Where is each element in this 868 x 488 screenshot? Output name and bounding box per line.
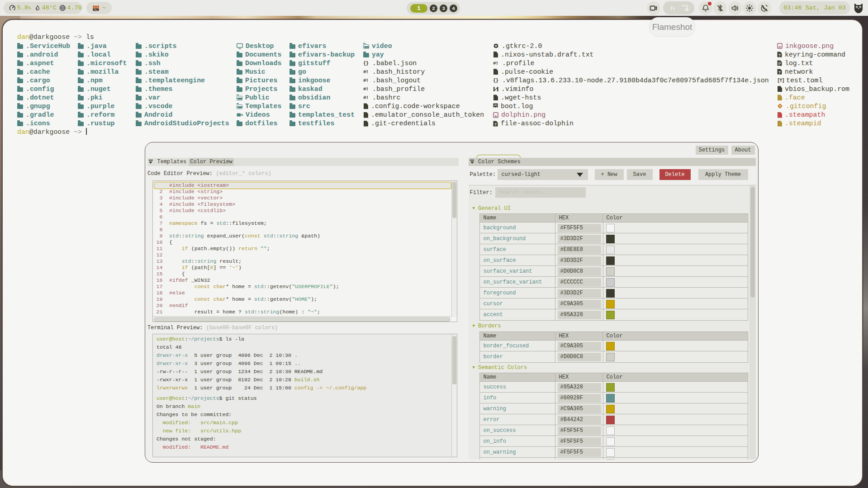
svg-text:?: ? <box>494 122 497 127</box>
svg-text:?: ? <box>778 71 781 75</box>
svg-text:?: ? <box>778 53 781 58</box>
